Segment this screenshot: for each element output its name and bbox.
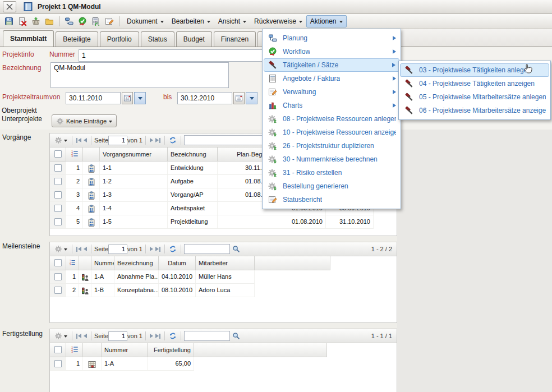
table-row[interactable]: 2 1-B Konzeptabna... 08.10.2010 Adoro Lu… bbox=[50, 284, 255, 297]
submenu-item-04-taetigkeiten-anzeigen[interactable]: 04 - Projektweise Tätigkeiten anzeigen bbox=[400, 77, 549, 90]
row-checkbox[interactable] bbox=[54, 164, 62, 172]
refresh-button[interactable] bbox=[168, 244, 178, 254]
column-header-nummer[interactable]: Nummer bbox=[91, 256, 114, 270]
row-number-column-header[interactable] bbox=[66, 343, 83, 357]
select-all-header[interactable] bbox=[50, 343, 66, 357]
bezeichnung-field[interactable]: QM-Modul bbox=[50, 62, 229, 88]
workflow-button[interactable] bbox=[76, 15, 89, 27]
menu-item-10-ressourcen-anzeigen[interactable]: 10 - Projektweise Ressourcen anzeigen bbox=[264, 126, 399, 139]
tab-beteiligte[interactable]: Beteiligte bbox=[56, 31, 98, 47]
tab-portfolio[interactable]: Portfolio bbox=[100, 31, 139, 47]
menu-item-workflow[interactable]: Workflow bbox=[264, 45, 399, 58]
row-checkbox[interactable] bbox=[54, 205, 62, 212]
last-page-button[interactable] bbox=[154, 137, 162, 144]
bis-calendar-button[interactable] bbox=[233, 92, 245, 104]
table-row[interactable]: 1 1-A 65,00 bbox=[50, 357, 194, 371]
edit-note-button[interactable] bbox=[103, 15, 116, 27]
select-all-header[interactable] bbox=[50, 147, 66, 162]
fertigstellung-search-input[interactable] bbox=[184, 331, 230, 341]
tab-stammblatt[interactable]: Stammblatt bbox=[3, 30, 54, 47]
row-checkbox[interactable] bbox=[54, 273, 62, 280]
next-page-button[interactable] bbox=[149, 333, 154, 339]
search-button[interactable] bbox=[230, 330, 242, 342]
row-checkbox[interactable] bbox=[54, 360, 62, 367]
column-header-mitarbeiter[interactable]: Mitarbeiter bbox=[196, 256, 255, 270]
menu-item-charts[interactable]: Charts bbox=[264, 99, 399, 112]
first-page-button[interactable] bbox=[75, 246, 82, 253]
menu-item-26-projektstruktur-duplizieren[interactable]: 26 - Projektstruktur duplizieren bbox=[264, 139, 399, 153]
select-all-header[interactable] bbox=[50, 256, 66, 270]
close-window-button[interactable] bbox=[3, 1, 16, 12]
bis-date-field[interactable] bbox=[177, 92, 232, 104]
select-all-checkbox[interactable] bbox=[54, 346, 62, 353]
icon-column-header[interactable] bbox=[83, 343, 102, 357]
grid-settings-button[interactable] bbox=[53, 245, 69, 253]
menu-item-31-risiko-erstellen[interactable]: 31 - Risiko erstellen bbox=[264, 166, 399, 179]
menu-dokument[interactable]: Dokument bbox=[123, 15, 168, 27]
page-number-input[interactable] bbox=[108, 331, 127, 341]
menu-rueckverweise[interactable]: Rückverweise bbox=[250, 15, 306, 27]
next-page-button[interactable] bbox=[149, 246, 154, 252]
menu-ansicht[interactable]: Ansicht bbox=[214, 15, 250, 27]
row-checkbox[interactable] bbox=[54, 218, 62, 225]
von-date-field[interactable] bbox=[66, 92, 121, 104]
prev-page-button[interactable] bbox=[82, 137, 88, 144]
unterprojekte-button[interactable]: Keine Einträge bbox=[52, 114, 117, 127]
search-button[interactable] bbox=[230, 243, 242, 255]
table-row[interactable]: 1 1-A Abnahme Pla... 04.10.2010 Müller H… bbox=[50, 270, 255, 284]
first-page-button[interactable] bbox=[75, 137, 82, 144]
submenu-item-05-mitarbeitersaetze-anlegen[interactable]: 05 - Projektweise Mitarbeitersätze anleg… bbox=[400, 90, 549, 104]
icon-column-header[interactable] bbox=[83, 147, 100, 162]
recalculate-button[interactable] bbox=[90, 15, 102, 27]
vorgaenge-search-input[interactable] bbox=[184, 135, 268, 145]
column-header-bezeichnung[interactable]: Bezeichnung bbox=[114, 256, 159, 270]
refresh-button[interactable] bbox=[168, 135, 178, 145]
tab-status[interactable]: Status bbox=[141, 31, 174, 47]
menu-item-08-ressourcen-anlegen[interactable]: 08 - Projektweise Ressourcen anlegen bbox=[264, 112, 399, 126]
column-header-bezeichnung[interactable]: Bezeichnung bbox=[168, 147, 218, 162]
menu-item-30-nummernkreise-berechnen[interactable]: 30 - Nummernkreise berechnen bbox=[264, 153, 399, 166]
last-page-button[interactable] bbox=[154, 246, 162, 253]
first-page-button[interactable] bbox=[75, 333, 82, 340]
menu-bearbeiten[interactable]: Bearbeiten bbox=[168, 15, 214, 27]
select-all-checkbox[interactable] bbox=[54, 259, 62, 266]
menu-item-planung[interactable]: Planung bbox=[264, 31, 399, 45]
menu-item-statusbericht[interactable]: Statusbericht bbox=[264, 193, 399, 206]
table-row[interactable]: 5 1-5 Projektleitung 01.08.2010 31.10.20… bbox=[50, 215, 374, 229]
row-checkbox[interactable] bbox=[54, 191, 62, 199]
row-checkbox[interactable] bbox=[54, 287, 62, 294]
open-folder-button[interactable] bbox=[43, 15, 56, 27]
grid-settings-button[interactable] bbox=[53, 136, 69, 145]
page-number-input[interactable] bbox=[108, 245, 127, 254]
delete-document-button[interactable] bbox=[16, 15, 29, 27]
row-checkbox[interactable] bbox=[54, 178, 62, 185]
prev-page-button[interactable] bbox=[82, 246, 88, 252]
icon-column-header[interactable] bbox=[79, 256, 91, 270]
next-page-button[interactable] bbox=[149, 137, 154, 144]
submenu-item-06-mitarbeitersaetze-anzeigen[interactable]: 06 - Projektweise Mitarbeitersätze anzei… bbox=[400, 104, 549, 117]
menu-item-bestellung-generieren[interactable]: Bestellung generieren bbox=[264, 179, 399, 193]
column-header-datum[interactable]: Datum bbox=[159, 256, 196, 270]
bis-dropdown-button[interactable] bbox=[246, 92, 257, 104]
von-dropdown-button[interactable] bbox=[134, 92, 146, 104]
select-all-checkbox[interactable] bbox=[54, 150, 62, 158]
menu-item-verwaltung[interactable]: Verwaltung bbox=[264, 85, 399, 99]
von-calendar-button[interactable] bbox=[122, 92, 133, 104]
row-number-column-header[interactable] bbox=[66, 147, 83, 162]
meilensteine-search-input[interactable] bbox=[184, 244, 230, 254]
checkout-button[interactable] bbox=[30, 15, 42, 27]
tab-budget[interactable]: Budget bbox=[176, 31, 212, 47]
column-header-nummer[interactable]: Nummer bbox=[102, 343, 148, 357]
last-page-button[interactable] bbox=[154, 333, 162, 340]
refresh-button[interactable] bbox=[168, 331, 178, 341]
column-header-vorgangsnummer[interactable]: Vorgangsnummer bbox=[100, 147, 168, 162]
page-number-input[interactable] bbox=[108, 136, 127, 145]
prev-page-button[interactable] bbox=[82, 333, 88, 339]
menu-aktionen[interactable]: Aktionen bbox=[306, 15, 347, 27]
grid-settings-button[interactable] bbox=[53, 331, 69, 340]
tab-finanzen[interactable]: Finanzen bbox=[214, 31, 256, 47]
save-button[interactable] bbox=[3, 15, 15, 27]
column-header-fertigstellung[interactable]: Fertigstellung bbox=[148, 343, 194, 357]
row-number-column-header[interactable] bbox=[66, 256, 79, 270]
planning-button[interactable] bbox=[63, 15, 75, 27]
